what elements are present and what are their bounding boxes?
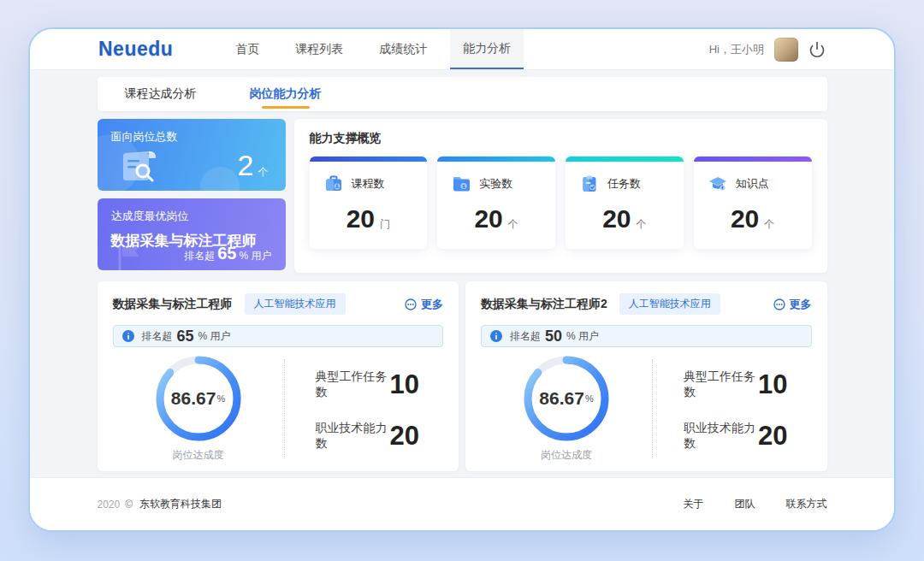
stat-row: 典型工作任务数 10	[684, 369, 788, 400]
donut-chart: 86.67 % 岗位达成度	[113, 354, 284, 463]
ellipsis-circle-icon	[405, 298, 417, 310]
ellipsis-circle-icon	[773, 298, 785, 310]
card-value: 20	[346, 204, 375, 233]
rank-suffix: % 用户	[566, 329, 599, 344]
jobs-total-value: 2	[238, 149, 254, 182]
copyright-icon: ©	[125, 499, 133, 511]
job-panel-2: 数据采集与标注工程师2 人工智能技术应用 更多	[465, 281, 827, 471]
jobs-total-unit: 个	[258, 165, 269, 180]
card-label: 知识点	[736, 176, 769, 192]
course-count-card[interactable]: 课程数 20 门	[310, 156, 428, 249]
rank-prefix: 排名超	[142, 329, 173, 344]
tab-course-achievement[interactable]: 课程达成分析	[116, 77, 205, 111]
graduation-cap-icon	[708, 174, 728, 194]
card-value: 20	[602, 204, 631, 233]
donut-value: 86.67	[539, 388, 584, 409]
clipboard-icon	[579, 174, 600, 194]
avatar[interactable]	[774, 38, 798, 62]
nav-item-score-stats[interactable]: 成绩统计	[366, 29, 440, 69]
jobs-total-title: 面向岗位总数	[111, 129, 272, 145]
footer-year: 2020	[98, 499, 121, 511]
job-badge: 人工智能技术应用	[245, 293, 346, 315]
donut-value: 86.67	[171, 388, 216, 409]
job-title: 数据采集与标注工程师	[113, 297, 233, 312]
card-unit: 个	[764, 217, 774, 232]
stat-row: 职业技术能力数 20	[316, 421, 420, 452]
app-window: Neuedu 首页 课程列表 成绩统计 能力分析 Hi，王小明 课程达成分析 岗…	[28, 27, 896, 532]
more-button[interactable]: 更多	[405, 297, 443, 312]
rank-infobar: 排名超 50 % 用户	[481, 325, 812, 347]
content-area: 课程达成分析 岗位能力分析 面向岗位总数	[30, 70, 894, 477]
power-icon[interactable]	[808, 41, 826, 58]
stat-row: 职业技术能力数 20	[684, 421, 788, 452]
footer-company: 东软教育科技集团	[139, 497, 222, 511]
card-label: 课程数	[352, 176, 385, 192]
footer-link-team[interactable]: 团队	[735, 497, 755, 511]
rank-value: 65	[177, 328, 194, 345]
task-count-card[interactable]: 任务数 20 个	[566, 156, 684, 249]
best-job-rank: 排名超 65 % 用户	[184, 244, 271, 263]
rank-suffix: % 用户	[198, 329, 231, 344]
jobs-total-card[interactable]: 面向岗位总数 2 个	[98, 119, 286, 191]
best-job-card[interactable]: 达成度最优岗位 数据采集与标注工程师 排名超 65 % 用户	[98, 198, 286, 270]
job-panel-1: 数据采集与标注工程师 人工智能技术应用 更多	[98, 281, 459, 471]
folder-icon: $	[451, 174, 471, 194]
user-area: Hi，王小明	[709, 38, 826, 62]
donut-chart: 86.67 % 岗位达成度	[481, 354, 652, 463]
donut-label: 岗位达成度	[173, 448, 224, 463]
brand-logo[interactable]: Neuedu	[98, 38, 173, 61]
flag-icon	[113, 241, 147, 270]
card-unit: 门	[380, 217, 390, 232]
nav-item-course-list[interactable]: 课程列表	[282, 29, 356, 69]
knowledge-point-card[interactable]: 知识点 20 个	[694, 156, 812, 249]
card-unit: 个	[637, 217, 647, 232]
card-value: 20	[474, 204, 502, 233]
capability-overview-title: 能力支撑概览	[310, 131, 812, 146]
user-greeting: Hi，王小明	[709, 42, 764, 57]
footer: 2020 © 东软教育科技集团 关于 团队 联系方式	[30, 477, 894, 530]
footer-link-about[interactable]: 关于	[684, 497, 704, 511]
nav-item-ability-analysis[interactable]: 能力分析	[450, 29, 524, 69]
more-button[interactable]: 更多	[773, 297, 812, 312]
analysis-tabbar: 课程达成分析 岗位能力分析	[98, 77, 827, 111]
best-job-title: 达成度最优岗位	[111, 209, 272, 224]
document-search-icon	[120, 146, 164, 184]
card-label: 任务数	[607, 176, 641, 192]
info-circle-icon	[122, 330, 134, 342]
stat-row: 典型工作任务数 10	[316, 369, 420, 400]
card-value: 20	[731, 204, 759, 233]
job-title: 数据采集与标注工程师2	[481, 297, 607, 312]
main-nav: 首页 课程列表 成绩统计 能力分析	[217, 29, 529, 69]
rank-prefix: 排名超	[510, 329, 541, 344]
briefcase-icon	[323, 174, 344, 194]
tab-job-ability[interactable]: 岗位能力分析	[241, 77, 330, 111]
rank-value: 50	[545, 328, 562, 345]
experiment-count-card[interactable]: $ 实验数 20 个	[437, 156, 555, 249]
info-circle-icon	[490, 330, 502, 342]
top-header: Neuedu 首页 课程列表 成绩统计 能力分析 Hi，王小明	[30, 29, 894, 70]
capability-overview-panel: 能力支撑概览	[294, 119, 827, 273]
nav-item-home[interactable]: 首页	[222, 29, 272, 69]
card-label: 实验数	[479, 176, 512, 192]
footer-link-contact[interactable]: 联系方式	[786, 497, 827, 511]
donut-label: 岗位达成度	[541, 448, 592, 463]
rank-infobar: 排名超 65 % 用户	[113, 325, 444, 347]
job-badge: 人工智能技术应用	[619, 293, 720, 315]
card-unit: 个	[508, 217, 518, 232]
summary-column: 面向岗位总数 2 个	[98, 119, 286, 273]
